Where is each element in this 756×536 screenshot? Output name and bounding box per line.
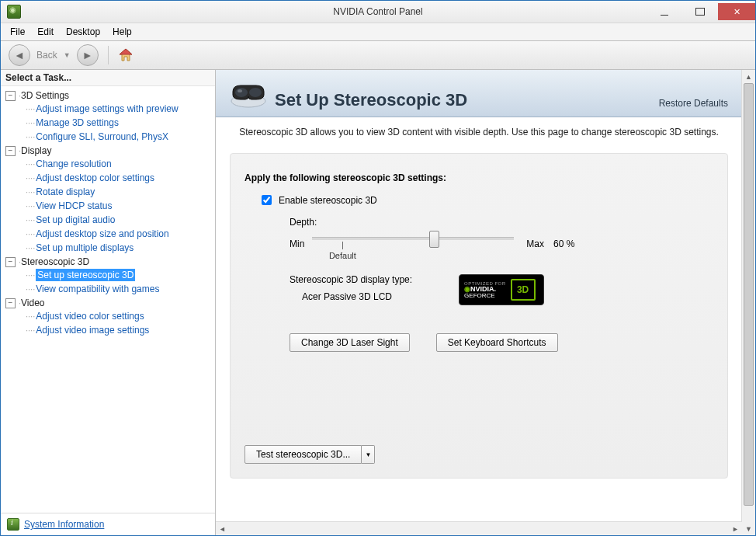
restore-defaults-link[interactable]: Restore Defaults <box>659 98 728 110</box>
stereoscopic-glasses-icon <box>230 78 267 110</box>
back-button[interactable]: ◄ <box>9 44 30 66</box>
tree-item[interactable]: ····Configure SLI, Surround, PhysX <box>5 130 210 144</box>
tree-item[interactable]: ····Adjust desktop size and position <box>5 227 210 241</box>
collapse-icon[interactable]: − <box>5 257 16 267</box>
toolbar-separator <box>108 46 109 64</box>
task-tree: −·3D Settings····Adjust image settings w… <box>1 86 215 513</box>
svg-point-5 <box>238 89 242 92</box>
tree-item[interactable]: ····Rotate display <box>5 185 210 199</box>
page-title: Set Up Stereoscopic 3D <box>275 90 467 110</box>
depth-min-label: Min <box>290 238 304 249</box>
scroll-left-button[interactable]: ◄ <box>216 522 229 535</box>
tree-item[interactable]: ····Adjust image settings with preview <box>5 102 210 116</box>
tree-item[interactable]: ····View HDCP status <box>5 199 210 213</box>
tree-item[interactable]: ····View compatibility with games <box>5 282 210 296</box>
menu-bar: File Edit Desktop Help <box>1 23 755 41</box>
tree-item[interactable]: ····Set up digital audio <box>5 213 210 227</box>
enable-stereoscopic-input[interactable] <box>262 195 272 205</box>
menu-file[interactable]: File <box>5 25 29 39</box>
depth-slider[interactable]: Default <box>312 232 514 256</box>
depth-default-label: Default <box>329 251 356 260</box>
depth-unit: % <box>567 238 575 249</box>
home-icon[interactable] <box>118 47 134 63</box>
tree-group[interactable]: −·Display <box>5 144 210 157</box>
svg-point-3 <box>235 88 248 97</box>
info-icon <box>7 518 19 531</box>
test-stereoscopic-dropdown[interactable]: ▼ <box>362 445 375 464</box>
forward-button[interactable]: ► <box>77 44 99 66</box>
system-information-link[interactable]: System Information <box>24 519 104 530</box>
vertical-scrollbar[interactable]: ▲ ▼ <box>741 70 755 535</box>
menu-edit[interactable]: Edit <box>33 25 58 39</box>
scroll-up-button[interactable]: ▲ <box>742 70 755 83</box>
display-type-value: Acer Passive 3D LCD <box>302 291 412 302</box>
sidebar: Select a Task... −·3D Settings····Adjust… <box>1 70 216 535</box>
horizontal-scrollbar[interactable]: ◄ ► <box>216 521 742 535</box>
tree-item[interactable]: ····Set up multiple displays <box>5 241 210 255</box>
svg-marker-1 <box>120 49 132 54</box>
toolbar: ◄ Back ▼ ► <box>1 41 755 70</box>
tree-group[interactable]: −·Video <box>5 297 210 309</box>
enable-stereoscopic-checkbox[interactable]: Enable stereoscopic 3D <box>258 193 713 207</box>
tree-item[interactable]: ····Adjust video image settings <box>5 323 210 337</box>
set-keyboard-shortcuts-button[interactable]: Set Keyboard Shortcuts <box>436 333 558 352</box>
tree-item[interactable]: ····Change resolution <box>5 157 210 171</box>
tree-item[interactable]: ····Set up stereoscopic 3D <box>5 268 210 282</box>
nvidia-3d-badge: OPTIMIZED FOR ◉NVIDIA. GEFORCE 3D <box>459 274 544 305</box>
menu-help[interactable]: Help <box>108 25 137 39</box>
tree-item[interactable]: ····Adjust video color settings <box>5 309 210 323</box>
depth-label: Depth: <box>290 217 713 228</box>
display-type-label: Stereoscopic 3D display type: <box>290 274 412 285</box>
collapse-icon[interactable]: − <box>5 146 16 156</box>
section-title: Apply the following stereoscopic 3D sett… <box>244 172 713 183</box>
scroll-right-button[interactable]: ► <box>729 522 742 535</box>
settings-panel: Apply the following stereoscopic 3D sett… <box>230 153 728 479</box>
back-label: Back <box>36 50 57 61</box>
scroll-down-button[interactable]: ▼ <box>742 522 755 535</box>
content-area: Set Up Stereoscopic 3D Restore Defaults … <box>216 70 755 535</box>
menu-desktop[interactable]: Desktop <box>61 25 105 39</box>
enable-stereoscopic-label: Enable stereoscopic 3D <box>279 195 377 206</box>
titlebar[interactable]: NVIDIA Control Panel <box>1 1 755 23</box>
tree-group[interactable]: −·Stereoscopic 3D <box>5 256 210 268</box>
vertical-scroll-thumb[interactable] <box>744 83 754 506</box>
back-history-dropdown[interactable]: ▼ <box>64 51 71 59</box>
test-stereoscopic-button[interactable]: Test stereoscopic 3D... <box>244 445 362 464</box>
svg-point-4 <box>249 88 262 97</box>
tree-group[interactable]: −·3D Settings <box>5 89 210 102</box>
page-header: Set Up Stereoscopic 3D Restore Defaults <box>216 70 742 117</box>
collapse-icon[interactable]: − <box>5 298 16 308</box>
window-title: NVIDIA Control Panel <box>1 6 755 17</box>
page-description: Stereoscopic 3D allows you to view 3D co… <box>216 117 742 147</box>
change-laser-sight-button[interactable]: Change 3D Laser Sight <box>290 333 410 352</box>
depth-value: 60 <box>553 238 564 249</box>
tree-item[interactable]: ····Manage 3D settings <box>5 116 210 130</box>
tree-item[interactable]: ····Adjust desktop color settings <box>5 171 210 185</box>
depth-max-label: Max <box>526 238 544 249</box>
collapse-icon[interactable]: − <box>5 91 16 101</box>
sidebar-heading: Select a Task... <box>1 70 215 86</box>
